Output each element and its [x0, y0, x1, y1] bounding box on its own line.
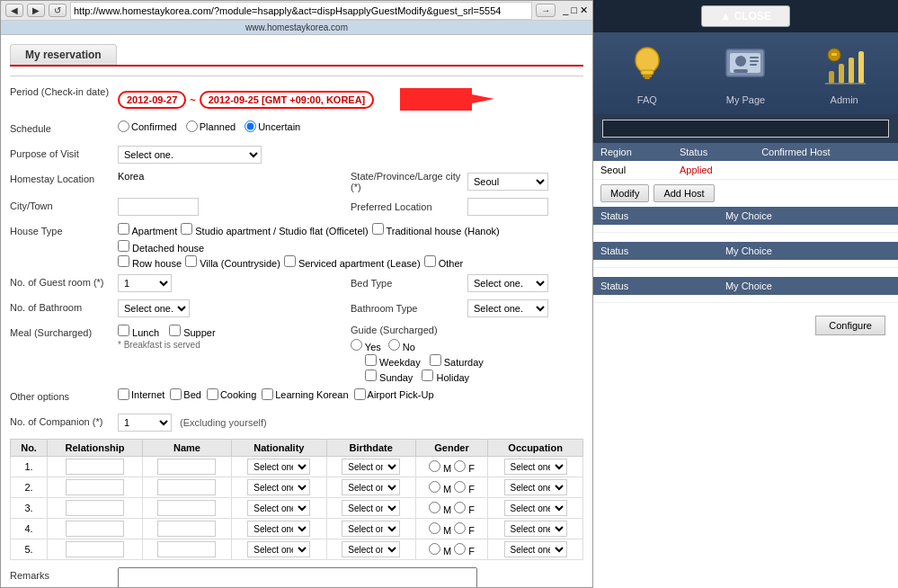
relationship-input-4[interactable]	[66, 521, 124, 537]
sunday-checkbox[interactable]: Sunday	[365, 370, 413, 383]
bathroom-select[interactable]: Select one.	[118, 299, 190, 317]
supper-checkbox[interactable]: Supper	[169, 327, 216, 338]
companion-relationship-1	[48, 457, 143, 477]
gender-f-1[interactable]: F	[454, 463, 475, 474]
add-host-button[interactable]: Add Host	[653, 184, 714, 202]
companion-gender-2: M F	[415, 477, 487, 498]
guestroom-select[interactable]: 1	[118, 274, 172, 292]
apt-checkbox[interactable]: Apartment	[118, 223, 177, 236]
birthdate-select-1[interactable]: Select one.	[342, 459, 400, 475]
occupation-select-5[interactable]: Select one.	[504, 541, 567, 557]
gender-m-4[interactable]: M	[429, 525, 451, 536]
back-button[interactable]: ◀	[5, 4, 23, 17]
relationship-input-2[interactable]	[66, 479, 124, 495]
traditional-checkbox[interactable]: Traditional house (Hanok)	[372, 223, 500, 236]
detached-checkbox[interactable]: Detached house	[118, 240, 204, 254]
purpose-select[interactable]: Select one.	[118, 146, 262, 164]
birthdate-select-3[interactable]: Select one.	[342, 500, 400, 516]
minimize-btn[interactable]: _	[563, 4, 568, 16]
lunch-checkbox[interactable]: Lunch	[118, 327, 159, 338]
planned-radio[interactable]: Planned	[186, 120, 236, 132]
nationality-select-2[interactable]: Select one.	[247, 479, 310, 495]
citytown-input[interactable]	[118, 198, 199, 216]
name-input-1[interactable]	[157, 459, 216, 475]
address-bar[interactable]	[70, 2, 532, 20]
gender-m-2[interactable]: M	[429, 484, 451, 494]
col-name: Name	[142, 440, 231, 457]
svg-rect-4	[645, 77, 650, 79]
relationship-input-3[interactable]	[66, 500, 124, 516]
search-input[interactable]	[602, 120, 889, 138]
nationality-select-4[interactable]: Select one.	[247, 521, 310, 537]
col-no: No.	[11, 440, 48, 457]
uncertain-radio[interactable]: Uncertain	[245, 120, 300, 132]
korean-checkbox[interactable]: Learning Korean	[262, 388, 348, 400]
gender-f-2[interactable]: F	[454, 484, 475, 494]
companion-select[interactable]: 1	[118, 414, 172, 432]
close-btn[interactable]: ✕	[580, 4, 588, 16]
bed-checkbox[interactable]: Bed	[170, 388, 201, 400]
studio-checkbox[interactable]: Studio apartment / Studio flat (Officete…	[181, 223, 368, 236]
go-button[interactable]: →	[536, 4, 556, 17]
period-start[interactable]: 2012-09-27	[118, 91, 186, 109]
name-input-3[interactable]	[157, 500, 216, 516]
confirmed-radio[interactable]: Confirmed	[118, 120, 177, 132]
name-input-2[interactable]	[157, 479, 216, 495]
name-input-4[interactable]	[157, 521, 216, 537]
holiday-checkbox[interactable]: Holiday	[422, 370, 469, 383]
rowhouse-checkbox[interactable]: Row house	[118, 255, 182, 269]
period-end-timezone[interactable]: 2012-09-25 [GMT +09:00, KOREA]	[200, 91, 375, 109]
maximize-btn[interactable]: □	[571, 4, 577, 16]
close-button[interactable]: ▲ CLOSE	[701, 5, 790, 27]
guide-no-radio[interactable]: No	[388, 339, 415, 352]
companion-occupation-2: Select one.	[488, 477, 583, 498]
occupation-select-4[interactable]: Select one.	[504, 521, 567, 537]
name-input-5[interactable]	[157, 541, 216, 557]
preferred-input[interactable]	[467, 198, 548, 216]
nationality-select-5[interactable]: Select one.	[247, 541, 310, 557]
gender-m-3[interactable]: M	[429, 504, 451, 515]
villa-checkbox[interactable]: Villa (Countryside)	[185, 255, 280, 269]
bed-type-select[interactable]: Select one.	[467, 274, 548, 292]
other-checkbox[interactable]: Other	[424, 255, 464, 269]
gender-m-1[interactable]: M	[429, 463, 451, 474]
refresh-button[interactable]: ↺	[49, 4, 67, 17]
guide-yes-radio[interactable]: Yes	[351, 339, 381, 352]
saturday-checkbox[interactable]: Saturday	[430, 354, 484, 368]
nationality-select-3[interactable]: Select one.	[247, 500, 310, 516]
birthdate-select-2[interactable]: Select one.	[342, 479, 400, 495]
modify-button[interactable]: Modify	[600, 184, 649, 202]
state-label: State/Province/Large city (*)	[351, 171, 467, 192]
nationality-select-1[interactable]: Select one.	[247, 459, 310, 475]
occupation-select-1[interactable]: Select one.	[504, 459, 567, 475]
companion-relationship-5	[48, 539, 143, 560]
remarks-textarea[interactable]	[118, 567, 477, 587]
companion-gender-3: M F	[415, 498, 487, 519]
occupation-select-2[interactable]: Select one.	[504, 479, 567, 495]
serviced-checkbox[interactable]: Serviced apartment (Lease)	[284, 255, 421, 269]
other-options-row: Other options Internet Bed Cooking Learn…	[10, 388, 583, 408]
gender-m-5[interactable]: M	[429, 546, 451, 557]
internet-checkbox[interactable]: Internet	[118, 388, 164, 400]
my-reservation-tab[interactable]: My reservation	[10, 44, 117, 65]
birthdate-select-5[interactable]: Select one.	[342, 541, 400, 557]
mypage-icon-item[interactable]: My Page	[721, 41, 770, 105]
relationship-input-5[interactable]	[66, 541, 124, 557]
gender-f-5[interactable]: F	[454, 546, 475, 557]
weekday-checkbox[interactable]: Weekday	[365, 354, 421, 368]
airport-checkbox[interactable]: Airport Pick-Up	[354, 388, 434, 400]
gender-f-3[interactable]: F	[454, 504, 475, 515]
cooking-checkbox[interactable]: Cooking	[207, 388, 256, 400]
browser-toolbar: ◀ ▶ ↺ → _ □ ✕	[1, 1, 592, 21]
birthdate-select-4[interactable]: Select one.	[342, 521, 400, 537]
state-select[interactable]: Seoul	[467, 173, 548, 191]
forward-button[interactable]: ▶	[27, 4, 45, 17]
occupation-select-3[interactable]: Select one.	[504, 500, 567, 516]
relationship-input-1[interactable]	[66, 459, 124, 475]
s1-mychoice-header: My Choice	[718, 207, 898, 225]
bathroom-type-select[interactable]: Select one.	[467, 299, 548, 317]
admin-icon-item[interactable]: Admin	[820, 41, 869, 105]
gender-f-4[interactable]: F	[454, 525, 475, 536]
faq-icon-item[interactable]: FAQ	[622, 41, 671, 105]
configure-button[interactable]: Configure	[815, 316, 885, 335]
